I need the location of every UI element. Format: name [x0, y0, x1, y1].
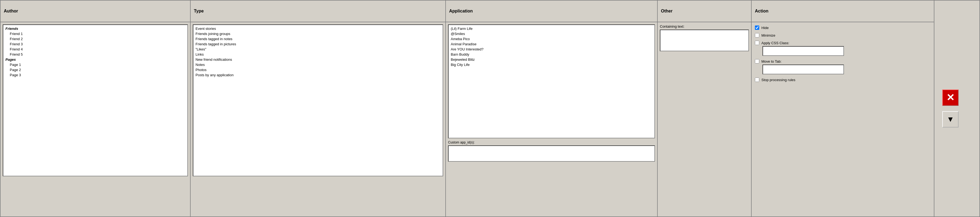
list-item[interactable]: Friend 5 — [4, 52, 186, 57]
move-to-tab-checkbox-row: Move to Tab: — [755, 59, 781, 63]
side-buttons: ✕ ▼ — [934, 0, 966, 217]
author-listbox[interactable]: Friends Friend 1 Friend 2 Friend 3 Frien… — [3, 24, 188, 176]
author-header: Author — [0, 0, 190, 22]
list-item[interactable]: Event stories — [194, 26, 442, 31]
author-panel: Author Friends Friend 1 Friend 2 Friend … — [0, 0, 191, 217]
apply-css-checkbox[interactable] — [755, 41, 759, 45]
containing-text-label: Containing text: — [660, 24, 749, 29]
application-content: (Lil) Farm Life @Smiles Ameba Pico Anima… — [446, 22, 657, 217]
apply-css-checkbox-row: Apply CSS Class: — [755, 41, 789, 45]
list-item[interactable]: Animal Paradise — [450, 41, 653, 47]
minimize-checkbox[interactable] — [755, 33, 759, 37]
close-icon: ✕ — [946, 93, 955, 103]
move-to-tab-checkbox[interactable] — [755, 59, 759, 63]
action-move-to-tab-row: Move to Tab: — [755, 59, 931, 74]
list-item[interactable]: Big City Life — [450, 62, 653, 67]
action-panel: Action Hide Minimize Ap — [752, 0, 934, 217]
list-item[interactable]: Page 1 — [4, 62, 186, 67]
list-item[interactable]: "Likes" — [194, 47, 442, 52]
custom-app-label: Custom app_id(s): — [448, 141, 655, 144]
hide-checkbox-row: Hide — [755, 25, 769, 30]
type-listbox[interactable]: Event stories Friends joining groups Fri… — [193, 24, 443, 176]
list-item[interactable]: Posts by any application — [194, 73, 442, 78]
application-title: Application — [449, 9, 473, 14]
list-item[interactable]: (Lil) Farm Life — [450, 26, 653, 31]
custom-app-input[interactable] — [448, 146, 655, 162]
type-title: Type — [194, 9, 204, 14]
action-hide-row: Hide — [755, 25, 931, 30]
other-title: Other — [661, 9, 673, 14]
list-item[interactable]: Friend 2 — [4, 36, 186, 41]
other-content: Containing text: — [658, 22, 751, 217]
author-group-pages: Pages — [4, 57, 186, 62]
list-item[interactable]: Bejeweled Blitz — [450, 57, 653, 62]
action-header: Action — [752, 0, 934, 22]
stop-processing-label: Stop processing rules — [761, 78, 795, 82]
down-button[interactable]: ▼ — [942, 111, 959, 127]
apply-css-label: Apply CSS Class: — [761, 41, 789, 45]
action-minimize-row: Minimize — [755, 33, 931, 37]
hide-label: Hide — [761, 26, 769, 30]
list-item[interactable]: Notes — [194, 62, 442, 67]
list-item[interactable]: Friends tagged in notes — [194, 36, 442, 41]
down-icon: ▼ — [947, 115, 954, 124]
hide-checkbox[interactable] — [755, 25, 759, 30]
author-title: Author — [4, 9, 18, 14]
list-item[interactable]: Photos — [194, 67, 442, 73]
application-listbox[interactable]: (Lil) Farm Life @Smiles Ameba Pico Anima… — [448, 24, 655, 138]
move-to-tab-label: Move to Tab: — [761, 59, 781, 63]
list-item[interactable]: Page 2 — [4, 67, 186, 73]
list-item[interactable]: Links — [194, 52, 442, 57]
list-item[interactable]: @Smiles — [450, 31, 653, 36]
list-item[interactable]: Friend 3 — [4, 41, 186, 47]
type-header: Type — [191, 0, 445, 22]
containing-text-input[interactable] — [660, 30, 749, 51]
list-item[interactable]: Barn Buddy — [450, 52, 653, 57]
stop-processing-checkbox[interactable] — [755, 78, 759, 82]
list-item[interactable]: Friends tagged in pictures — [194, 41, 442, 47]
minimize-checkbox-row: Minimize — [755, 33, 775, 37]
other-header: Other — [658, 0, 751, 22]
author-group-friends: Friends — [4, 26, 186, 31]
action-title: Action — [755, 9, 768, 14]
author-content: Friends Friend 1 Friend 2 Friend 3 Frien… — [0, 22, 190, 217]
list-item[interactable]: Are YOU Interested? — [450, 47, 653, 52]
other-panel: Other Containing text: — [658, 0, 752, 217]
list-item[interactable]: Friend 4 — [4, 47, 186, 52]
apply-css-input[interactable] — [762, 46, 844, 56]
action-apply-css-row: Apply CSS Class: — [755, 41, 931, 56]
stop-processing-checkbox-row: Stop processing rules — [755, 78, 795, 82]
action-content: Hide Minimize Apply CSS Class: — [752, 22, 934, 89]
application-header: Application — [446, 0, 657, 22]
action-stop-processing-row: Stop processing rules — [755, 78, 931, 82]
main-container: Author Friends Friend 1 Friend 2 Friend … — [0, 0, 980, 217]
list-item[interactable]: New friend notifications — [194, 57, 442, 62]
close-button[interactable]: ✕ — [942, 90, 959, 106]
type-content: Event stories Friends joining groups Fri… — [191, 22, 445, 217]
minimize-label: Minimize — [761, 33, 775, 37]
list-item[interactable]: Friends joining groups — [194, 31, 442, 36]
type-panel: Type Event stories Friends joining group… — [191, 0, 446, 217]
list-item[interactable]: Friend 1 — [4, 31, 186, 36]
move-to-tab-input[interactable] — [762, 65, 844, 74]
list-item[interactable]: Page 3 — [4, 73, 186, 78]
application-panel: Application (Lil) Farm Life @Smiles Ameb… — [446, 0, 658, 217]
list-item[interactable]: Ameba Pico — [450, 36, 653, 41]
